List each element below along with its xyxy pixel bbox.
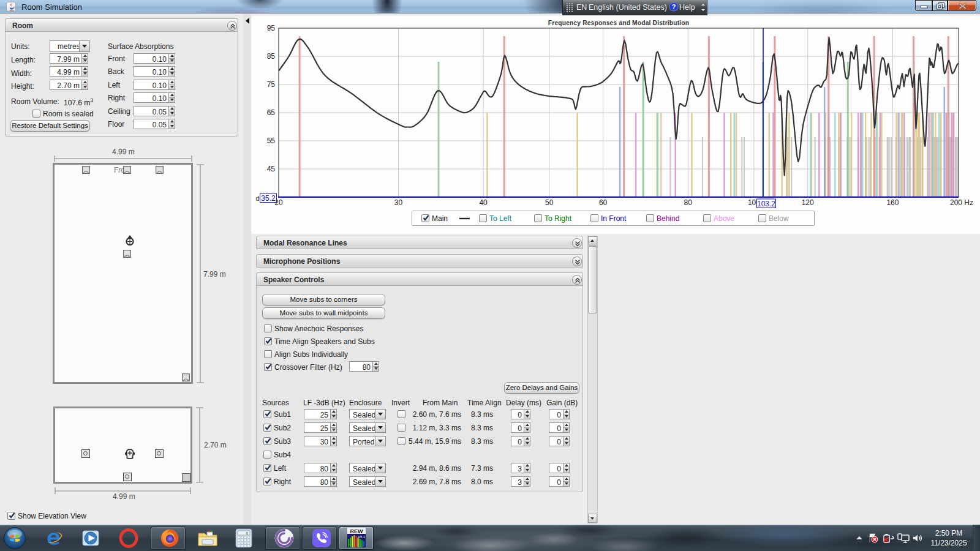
svg-text:160: 160	[886, 198, 899, 207]
svg-text:40: 40	[479, 198, 488, 207]
svg-text:45: 45	[267, 165, 276, 173]
svg-text:95: 95	[267, 24, 276, 32]
svg-text:103.2: 103.2	[757, 200, 775, 208]
svg-text:200 Hz: 200 Hz	[950, 198, 973, 207]
svg-text:75: 75	[267, 80, 276, 89]
svg-text:80: 80	[684, 198, 693, 207]
svg-text:65: 65	[267, 108, 276, 117]
svg-text:d: d	[255, 195, 259, 202]
svg-text:REW: REW	[350, 528, 364, 534]
svg-text:30: 30	[394, 198, 403, 207]
svg-text:50: 50	[545, 198, 554, 207]
svg-text:55: 55	[267, 137, 276, 145]
svg-text:60: 60	[599, 198, 608, 207]
svg-text:35.2: 35.2	[261, 194, 276, 203]
svg-text:120: 120	[802, 198, 814, 207]
svg-text:85: 85	[267, 52, 276, 61]
svg-text:V5.1: V5.1	[358, 535, 365, 539]
svg-text:Frequency Responses and Modal: Frequency Responses and Modal Distributi…	[548, 20, 689, 26]
svg-text:?: ?	[672, 3, 676, 10]
